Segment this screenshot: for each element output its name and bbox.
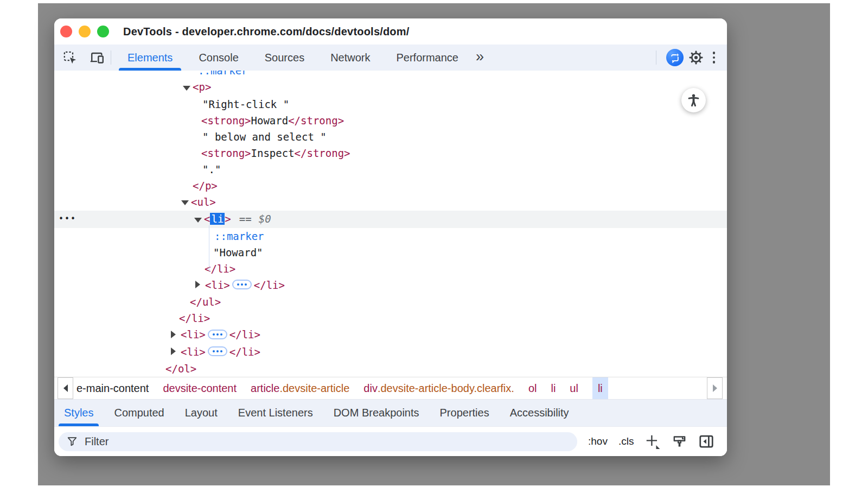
- toggle-sidebar-panel-icon[interactable]: [698, 433, 714, 450]
- breadcrumb-item-0[interactable]: e-main-content: [76, 377, 149, 399]
- chevron-right-icon: [713, 384, 717, 392]
- dom-tree-node[interactable]: ".": [54, 161, 727, 178]
- settings-gear-icon[interactable]: [688, 49, 704, 66]
- breadcrumb-segment: li: [598, 382, 603, 395]
- tab-sources[interactable]: Sources: [255, 45, 314, 71]
- toggle-classes-button[interactable]: .cls: [618, 435, 634, 447]
- dom-tree-node[interactable]: "Right-click ": [54, 96, 727, 112]
- collapsed-content-icon[interactable]: [232, 280, 252, 289]
- tab-accessibility[interactable]: Accessibility: [505, 400, 575, 426]
- dom-text: "Howard": [213, 246, 263, 258]
- toggle-hover-state-button[interactable]: :hov: [588, 435, 608, 447]
- breadcrumb-item-3[interactable]: div.devsite-article-body.clearfix.: [363, 377, 514, 399]
- devtools-window: DevTools - developer.chrome.com/docs/dev…: [54, 18, 727, 456]
- tab-properties[interactable]: Properties: [435, 400, 495, 426]
- styles-filter-bar: Filter :hov .cls: [54, 426, 727, 456]
- ai-assistance-icon[interactable]: [666, 49, 684, 66]
- zoom-window-button[interactable]: [97, 26, 109, 37]
- dom-tree-node[interactable]: " below and select ": [54, 129, 727, 145]
- dom-tree-node[interactable]: ::marker: [54, 228, 727, 244]
- breadcrumb-item-7[interactable]: li: [592, 377, 608, 399]
- dom-tree-panel: ::marker<p>"Right-click "<strong>Howard<…: [54, 71, 727, 377]
- dom-text: Howard: [251, 115, 289, 127]
- dom-tree-node[interactable]: <strong>Inspect</strong>: [54, 145, 727, 161]
- breadcrumb-item-4[interactable]: ol: [528, 377, 537, 399]
- dom-tag-text: </p>: [193, 180, 218, 192]
- pseudo-element-text: ::marker: [214, 230, 264, 242]
- dom-tag-text: </strong>: [295, 147, 350, 159]
- new-style-rule-plus-icon[interactable]: [644, 433, 661, 450]
- device-toolbar-icon[interactable]: [89, 49, 105, 66]
- expand-arrow-right-icon[interactable]: [171, 326, 181, 343]
- tab-styles[interactable]: Styles: [59, 400, 99, 426]
- dom-tag-text: <li>: [181, 328, 206, 340]
- tab-console[interactable]: Console: [189, 45, 248, 71]
- tab-performance[interactable]: Performance: [387, 45, 469, 71]
- dom-tag-text: <strong>: [201, 115, 251, 127]
- breadcrumb-segment: .devsite-article-body.clearfix.: [378, 382, 514, 395]
- tab-event-listeners[interactable]: Event Listeners: [233, 400, 318, 426]
- breadcrumb-item-5[interactable]: li: [551, 377, 556, 399]
- tab-computed[interactable]: Computed: [108, 400, 169, 426]
- dom-tag-text: <li>: [205, 279, 230, 291]
- dom-tag-text: </li>: [229, 346, 260, 358]
- filter-bar-actions: :hov .cls: [588, 433, 714, 450]
- dom-tag-text: </li>: [229, 328, 260, 340]
- minimize-window-button[interactable]: [79, 26, 91, 37]
- dom-node-selected[interactable]: •••<li>==$0: [54, 211, 727, 228]
- expand-arrow-right-icon[interactable]: [171, 343, 181, 359]
- dom-tree-node[interactable]: ::marker: [54, 71, 727, 79]
- tab-dom-breakpoints[interactable]: DOM Breakpoints: [328, 400, 425, 426]
- expand-arrow-down-icon[interactable]: [183, 79, 193, 95]
- breadcrumb-scroll-right-button[interactable]: [707, 377, 723, 399]
- breadcrumb-segment: .devsite-article: [279, 382, 349, 395]
- dom-tree-node[interactable]: <strong>Howard</strong>: [54, 112, 727, 129]
- expand-arrow-right-icon[interactable]: [195, 276, 205, 293]
- breadcrumb: e-main-contentdevsite-contentarticle.dev…: [76, 377, 608, 399]
- tab-network[interactable]: Network: [321, 45, 380, 71]
- collapsed-content-icon[interactable]: [208, 330, 227, 339]
- kebab-menu-icon[interactable]: [709, 49, 720, 66]
- dom-tree-node[interactable]: </p>: [54, 178, 727, 194]
- dom-tree-node[interactable]: </ul>: [54, 294, 727, 310]
- dom-tree-node[interactable]: </ol>: [54, 361, 727, 377]
- accessibility-overlay-button[interactable]: [681, 88, 706, 112]
- rendering-brush-icon[interactable]: [672, 434, 687, 450]
- panel-tabs: ElementsConsoleSourcesNetworkPerformance: [118, 45, 468, 71]
- filter-placeholder: Filter: [85, 435, 108, 448]
- window-titlebar: DevTools - developer.chrome.com/docs/dev…: [54, 18, 727, 45]
- breadcrumb-scroll-left-button[interactable]: [58, 377, 73, 399]
- breadcrumb-segment: ul: [570, 382, 578, 395]
- tab-elements[interactable]: Elements: [118, 45, 182, 71]
- collapsed-content-icon[interactable]: [208, 346, 227, 356]
- dom-text: " below and select ": [202, 131, 327, 143]
- breadcrumb-bar: e-main-contentdevsite-contentarticle.dev…: [54, 377, 727, 399]
- devtools-toolbar: ElementsConsoleSourcesNetworkPerformance…: [54, 45, 727, 71]
- breadcrumb-item-2[interactable]: article.devsite-article: [251, 377, 349, 399]
- dom-tag-text: </strong>: [288, 115, 344, 127]
- expand-arrow-down-icon[interactable]: [194, 211, 204, 227]
- dom-tree-node[interactable]: <p>: [54, 79, 727, 96]
- more-tabs-icon[interactable]: »: [476, 49, 484, 66]
- pseudo-element-text: ::marker: [198, 71, 248, 77]
- dom-tree-node[interactable]: "Howard": [54, 244, 727, 261]
- dom-tree-node[interactable]: <li></li>: [54, 344, 727, 361]
- node-options-dots-icon[interactable]: •••: [59, 211, 76, 227]
- styles-filter-input[interactable]: Filter: [59, 432, 577, 451]
- tab-layout[interactable]: Layout: [180, 400, 223, 426]
- dom-tree-node[interactable]: <ul>: [54, 194, 727, 211]
- close-window-button[interactable]: [60, 26, 72, 37]
- expand-arrow-down-icon[interactable]: [181, 193, 191, 210]
- dom-tree-node[interactable]: <li></li>: [54, 277, 727, 294]
- toolbar-divider: [111, 50, 111, 65]
- dom-tree-node[interactable]: </li>: [54, 310, 727, 326]
- dom-tag-text: <strong>: [201, 147, 251, 159]
- dom-tree-node[interactable]: <li></li>: [54, 326, 727, 344]
- dom-tree-node[interactable]: </li>: [54, 261, 727, 277]
- inspect-element-icon[interactable]: [62, 49, 78, 66]
- dom-text: ".": [202, 163, 221, 175]
- breadcrumb-item-1[interactable]: devsite-content: [163, 377, 237, 399]
- breadcrumb-item-6[interactable]: ul: [570, 377, 578, 399]
- selected-tag-name: li: [210, 213, 225, 225]
- dom-tree: ::marker<p>"Right-click "<strong>Howard<…: [54, 71, 727, 377]
